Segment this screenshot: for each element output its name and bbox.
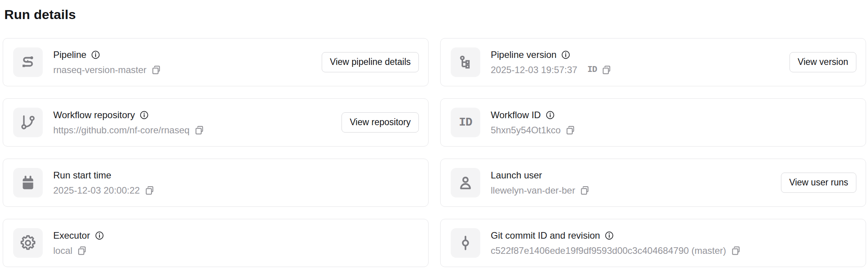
card-text: Workflow repositoryhttps://github.com/nf… bbox=[53, 109, 205, 136]
git-commit-icon bbox=[451, 228, 480, 258]
card-text: Executorlocal bbox=[53, 230, 105, 257]
card-launch-user: Launch userllewelyn-van-der-berView user… bbox=[440, 159, 866, 207]
card-value-row: 2025-12-03 20:00:22 bbox=[53, 185, 155, 196]
card-label: Git commit ID and revision bbox=[491, 230, 600, 241]
card-value: local bbox=[53, 245, 72, 257]
card-pipeline: Pipelinernaseq-version-masterView pipeli… bbox=[3, 38, 429, 86]
card-label-row: Git commit ID and revision bbox=[491, 230, 741, 241]
info-icon[interactable] bbox=[561, 50, 571, 60]
card-value-row: 5hxn5y54Ot1kco bbox=[491, 124, 576, 136]
card-label: Pipeline version bbox=[491, 49, 556, 61]
card-value: 5hxn5y54Ot1kco bbox=[491, 124, 561, 136]
id-tile-text: ID bbox=[459, 116, 472, 129]
card-executor: Executorlocal bbox=[3, 219, 429, 267]
card-value-row: https://github.com/nf-core/rnaseq bbox=[53, 124, 205, 136]
info-icon[interactable] bbox=[545, 110, 555, 120]
card-text: Launch userllewelyn-van-der-ber bbox=[491, 169, 590, 196]
view-user-runs-button[interactable]: View user runs bbox=[781, 173, 856, 193]
info-icon[interactable] bbox=[94, 231, 105, 241]
card-label-row: Executor bbox=[53, 230, 105, 241]
card-label: Run start time bbox=[53, 169, 111, 181]
info-icon[interactable] bbox=[139, 110, 149, 120]
card-value: rnaseq-version-master bbox=[53, 64, 146, 76]
id-icon: ID bbox=[451, 108, 480, 137]
card-label-row: Workflow repository bbox=[53, 109, 205, 121]
pipeline-version-icon bbox=[451, 47, 480, 77]
card-workflow-repository: Workflow repositoryhttps://github.com/nf… bbox=[3, 98, 429, 147]
run-details-cards-grid: Pipelinernaseq-version-masterView pipeli… bbox=[0, 38, 868, 267]
card-label: Workflow ID bbox=[491, 109, 541, 121]
copy-icon[interactable] bbox=[151, 65, 162, 75]
card-text: Workflow ID5hxn5y54Ot1kco bbox=[491, 109, 576, 136]
copy-icon[interactable] bbox=[579, 185, 590, 196]
card-text: Pipelinernaseq-version-master bbox=[53, 49, 162, 76]
card-label: Launch user bbox=[491, 169, 542, 181]
copy-icon[interactable] bbox=[565, 125, 576, 136]
card-text: Pipeline version2025-12-03 19:57:37ID bbox=[491, 49, 612, 76]
card-value-row: 2025-12-03 19:57:37ID bbox=[491, 64, 612, 76]
run-details-page: Run details Pipelinernaseq-version-maste… bbox=[0, 0, 868, 269]
card-label-row: Run start time bbox=[53, 169, 155, 181]
card-label-row: Pipeline version bbox=[491, 49, 612, 61]
page-title: Run details bbox=[4, 6, 868, 23]
pipeline-icon bbox=[13, 47, 43, 77]
card-value-row: c522f87e1406ede19f9df9593d00c3c404684790… bbox=[491, 245, 741, 257]
card-label-row: Pipeline bbox=[53, 49, 162, 61]
card-run-start-time: Run start time2025-12-03 20:00:22 bbox=[3, 159, 429, 207]
card-label: Executor bbox=[53, 230, 90, 241]
card-value: https://github.com/nf-core/rnaseq bbox=[53, 124, 190, 136]
info-icon[interactable] bbox=[91, 50, 101, 60]
card-value: c522f87e1406ede19f9df9593d00c3c404684790… bbox=[491, 245, 726, 257]
card-label: Workflow repository bbox=[53, 109, 135, 121]
git-branch-icon bbox=[13, 108, 43, 137]
card-value: llewelyn-van-der-ber bbox=[491, 185, 575, 196]
card-text: Run start time2025-12-03 20:00:22 bbox=[53, 169, 155, 196]
card-label-row: Workflow ID bbox=[491, 109, 576, 121]
copy-icon[interactable] bbox=[730, 245, 741, 256]
view-repository-button[interactable]: View repository bbox=[342, 112, 419, 133]
card-workflow-id: IDWorkflow ID5hxn5y54Ot1kco bbox=[440, 98, 866, 147]
card-label-row: Launch user bbox=[491, 169, 590, 181]
copy-icon[interactable] bbox=[144, 185, 155, 196]
copy-icon[interactable] bbox=[601, 65, 612, 75]
info-icon[interactable] bbox=[604, 231, 614, 241]
copy-icon[interactable] bbox=[77, 245, 87, 256]
card-git-commit: Git commit ID and revisionc522f87e1406ed… bbox=[440, 219, 866, 267]
card-text: Git commit ID and revisionc522f87e1406ed… bbox=[491, 230, 741, 257]
gear-icon bbox=[13, 228, 43, 258]
id-badge-icon[interactable]: ID bbox=[587, 65, 597, 75]
copy-icon[interactable] bbox=[194, 125, 205, 136]
card-value: 2025-12-03 19:57:37 bbox=[491, 64, 577, 76]
user-icon bbox=[451, 168, 480, 197]
card-value-row: llewelyn-van-der-ber bbox=[491, 185, 590, 196]
card-value-row: local bbox=[53, 245, 105, 257]
calendar-icon bbox=[13, 168, 43, 197]
card-label: Pipeline bbox=[53, 49, 86, 61]
view-pipeline-details-button[interactable]: View pipeline details bbox=[322, 52, 419, 72]
card-value-row: rnaseq-version-master bbox=[53, 64, 162, 76]
card-pipeline-version: Pipeline version2025-12-03 19:57:37IDVie… bbox=[440, 38, 866, 86]
view-version-button[interactable]: View version bbox=[790, 52, 856, 72]
card-value: 2025-12-03 20:00:22 bbox=[53, 185, 140, 196]
